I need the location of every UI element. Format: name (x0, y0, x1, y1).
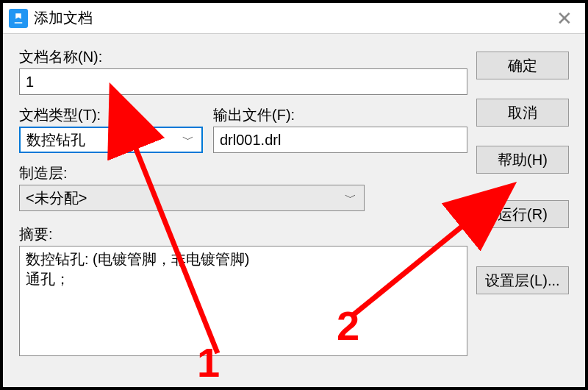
summary-textarea[interactable]: 数控钻孔: (电镀管脚，非电镀管脚) 通孔； (19, 246, 467, 356)
button-column: 确定 取消 帮助(H) 运行(R) 设置层(L)... (476, 52, 569, 294)
client-area: 文档名称(N): 文档类型(T): 数控钻孔 ﹀ 输出文件(F): 制造层: (6, 37, 582, 384)
mfg-layer-value: <未分配> (26, 188, 342, 208)
output-file-input[interactable] (213, 127, 467, 153)
annotation-number-2: 2 (337, 302, 359, 350)
chevron-down-icon: ﹀ (342, 191, 359, 206)
ok-button[interactable]: 确定 (476, 52, 569, 79)
cancel-button[interactable]: 取消 (476, 99, 569, 127)
output-file-label: 输出文件(F): (213, 105, 467, 125)
window-title: 添加文档 (34, 8, 550, 28)
set-layer-button[interactable]: 设置层(L)... (476, 266, 569, 294)
annotation-number-1: 1 (197, 338, 220, 386)
doc-type-combo[interactable]: 数控钻孔 ﹀ (19, 127, 203, 153)
run-button[interactable]: 运行(R) (476, 200, 569, 228)
chevron-down-icon: ﹀ (179, 132, 197, 148)
doc-name-input[interactable] (19, 68, 467, 95)
close-icon[interactable]: ✕ (550, 9, 579, 28)
dialog-window: 添加文档 ✕ 文档名称(N): 文档类型(T): 数控钻孔 ﹀ 输出文件(F): (0, 0, 588, 390)
mfg-layer-combo[interactable]: <未分配> ﹀ (19, 185, 365, 211)
app-icon (9, 9, 28, 28)
doc-name-label: 文档名称(N): (19, 47, 467, 67)
summary-label: 摘要: (19, 224, 467, 244)
doc-type-value: 数控钻孔 (26, 130, 179, 150)
form-area: 文档名称(N): 文档类型(T): 数控钻孔 ﹀ 输出文件(F): 制造层: (19, 47, 467, 356)
mfg-layer-label: 制造层: (19, 163, 467, 183)
titlebar: 添加文档 ✕ (3, 3, 585, 34)
doc-type-label: 文档类型(T): (19, 105, 203, 125)
help-button[interactable]: 帮助(H) (476, 146, 569, 174)
